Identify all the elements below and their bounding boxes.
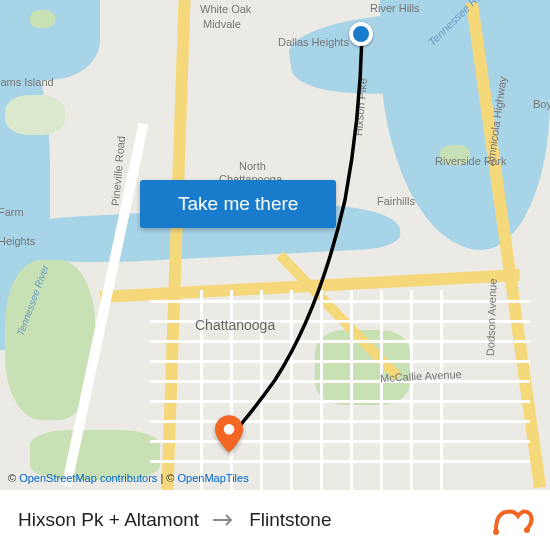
place-label: Heights [0, 235, 35, 247]
place-label: Midvale [203, 18, 241, 30]
street [150, 300, 530, 303]
destination-marker[interactable] [215, 415, 243, 453]
place-label: Fairhills [377, 195, 415, 207]
svg-point-0 [224, 424, 235, 435]
place-label: North [239, 160, 266, 172]
copyright-symbol: © [8, 472, 16, 484]
street [150, 380, 530, 383]
street [290, 290, 293, 490]
take-me-there-button[interactable]: Take me there [140, 180, 336, 228]
svg-point-1 [493, 529, 499, 535]
route-from-label: Hixson Pk + Altamont [18, 509, 199, 531]
place-label: Riverside Park [435, 155, 507, 167]
street [440, 290, 443, 490]
place-label: River Hills [370, 2, 420, 14]
street [150, 360, 530, 363]
arrow-right-icon [213, 513, 235, 527]
park-shape [5, 95, 65, 135]
moovit-logo[interactable] [490, 502, 534, 538]
route-footer: Hixson Pk + Altamont Flintstone [0, 490, 550, 550]
map-container[interactable]: White Oak Midvale River Hills Dallas Hei… [0, 0, 550, 490]
street [150, 400, 530, 403]
origin-marker[interactable] [349, 22, 373, 46]
openmaptiles-link[interactable]: OpenMapTiles [178, 472, 249, 484]
street [150, 460, 530, 463]
attribution: © OpenStreetMap contributors | © OpenMap… [8, 472, 249, 484]
street [320, 290, 323, 490]
street [150, 440, 530, 443]
road-label: Dodson Avenue [484, 278, 499, 356]
separator: | [160, 472, 163, 484]
city-label: Chattanooga [195, 317, 275, 333]
street [380, 290, 383, 490]
place-label: Dallas Heights [278, 36, 349, 48]
street [350, 290, 353, 490]
svg-point-2 [524, 527, 530, 533]
place-label: iams Island [0, 76, 54, 88]
street [410, 290, 413, 490]
street [150, 420, 530, 423]
copyright-symbol: © [166, 472, 174, 484]
route-to-label: Flintstone [249, 509, 331, 531]
park-shape [30, 10, 55, 28]
osm-link[interactable]: OpenStreetMap contributors [19, 472, 157, 484]
place-label: Boy [533, 98, 550, 110]
place-label: White Oak [200, 3, 251, 15]
place-label: Farm [0, 206, 24, 218]
street [150, 340, 530, 343]
